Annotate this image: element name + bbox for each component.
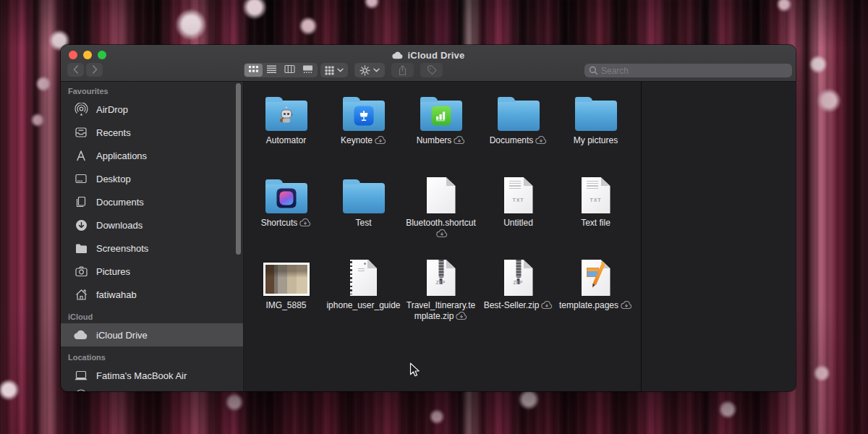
file-item-shortcuts[interactable]: Shortcuts (247, 174, 325, 257)
zip-archive-icon: ZIP (504, 260, 533, 296)
cloud-download-icon (299, 218, 311, 230)
column-view-button[interactable] (281, 64, 299, 77)
group-button[interactable] (320, 63, 348, 77)
file-item-iphone-user-guide[interactable]: iphone_user_guide (325, 257, 402, 339)
sidebar-item-downloads[interactable]: Downloads (61, 213, 243, 237)
file-icon (582, 257, 610, 296)
shortcuts-app-icon (276, 189, 296, 208)
file-name: Automator (266, 135, 306, 145)
file-label: IMG_5885 (265, 300, 306, 311)
file-item-documents[interactable]: Documents (480, 92, 557, 174)
automator-robot-icon (265, 101, 307, 131)
documents-icon (72, 195, 90, 208)
sidebar-item-screenshots[interactable]: Screenshots (61, 237, 243, 260)
file-label: Numbers (417, 135, 466, 148)
group-icon (325, 66, 334, 75)
sidebar-item-airdrop[interactable]: AirDrop (61, 98, 243, 121)
file-icon (343, 92, 385, 131)
sidebar-item-recents[interactable]: Recents (61, 121, 243, 144)
sidebar-item-documents[interactable]: Documents (61, 190, 243, 213)
list-view-button[interactable] (263, 64, 281, 77)
file-label: Untitled (503, 218, 533, 229)
share-button[interactable] (391, 63, 414, 77)
file-icon: TXT (582, 174, 610, 213)
laptop-icon (72, 370, 90, 381)
cloud-icon (392, 51, 404, 61)
forward-button[interactable] (86, 63, 103, 77)
plain-document-icon (427, 177, 456, 213)
tag-button[interactable] (420, 63, 443, 77)
zip-extension-label: ZIP (427, 280, 456, 285)
file-icon (265, 92, 307, 131)
file-item-travel-itinerary-template-zip[interactable]: ZIPTravel_Itinerary.template.zip (402, 257, 480, 339)
chevron-right-icon (92, 64, 98, 77)
file-browser-pane: AutomatorKeynoteNumbersDocumentsMy pictu… (244, 82, 796, 391)
folder-icon (575, 101, 617, 131)
sidebar-item-icloud-drive[interactable]: iCloud Drive (61, 323, 243, 346)
file-item-numbers[interactable]: Numbers (402, 92, 480, 174)
sidebar-item-desktop[interactable]: Desktop (61, 167, 243, 190)
finder-window: iCloud Drive FavouritesAirDropRecentsApp… (61, 45, 796, 391)
sidebar-section-header: Locations (61, 351, 243, 364)
gear-icon (359, 65, 370, 76)
file-item-text-file[interactable]: TXTText file (557, 174, 634, 257)
file-icon (498, 92, 540, 131)
pages-document-icon (582, 260, 610, 296)
cloud-download-icon (456, 312, 467, 323)
folder-icon (498, 101, 540, 131)
file-item-img-5885[interactable]: IMG_5885 (247, 257, 325, 339)
gallery-view-button[interactable] (299, 64, 317, 77)
sidebar-section-header: iCloud (61, 310, 243, 323)
icon-view-button[interactable] (244, 64, 263, 77)
action-menu-button[interactable] (354, 63, 385, 77)
sidebar-item-label: AirDrop (96, 104, 128, 115)
file-item-test[interactable]: Test (325, 174, 402, 257)
file-item-bluetooth-shortcut[interactable]: Bluetooth.shortcut (402, 174, 480, 257)
view-switcher (244, 63, 318, 77)
back-button[interactable] (67, 63, 84, 77)
sidebar-scrollbar[interactable] (236, 83, 241, 255)
list-view-icon (266, 64, 277, 77)
recents-icon (72, 126, 90, 139)
sidebar-item-fatima-s-macbook-air[interactable]: Fatima's MacBook Air (61, 364, 243, 387)
file-item-my-pictures[interactable]: My pictures (557, 92, 634, 174)
sidebar-item-label: fatiwahab (96, 289, 137, 300)
sidebar-item-applications[interactable]: Applications (61, 144, 243, 167)
desktop-icon (72, 172, 90, 185)
file-item-untitled[interactable]: TXTUntitled (480, 174, 557, 257)
sidebar-item-label: Recents (96, 127, 131, 138)
file-item-template-pages[interactable]: template.pages (557, 257, 634, 339)
file-name: IMG_5885 (265, 300, 306, 310)
notebook-mark (358, 268, 365, 272)
automator-folder-icon (265, 101, 307, 131)
file-label: Bluetooth.shortcut (404, 218, 479, 241)
sidebar-item-partial[interactable] (61, 387, 243, 391)
keynote-folder-icon (343, 101, 385, 131)
numbers-app-icon (431, 106, 451, 126)
sidebar-section-favourites: FavouritesAirDropRecentsApplicationsDesk… (61, 85, 243, 306)
airdrop-icon (72, 103, 90, 116)
file-label: My pictures (574, 135, 618, 146)
folder-icon (72, 242, 90, 255)
file-item-keynote[interactable]: Keynote (325, 92, 402, 174)
search-input[interactable] (601, 66, 788, 76)
pictures-icon (72, 265, 90, 278)
file-icon (427, 174, 456, 213)
cloud-download-icon (436, 229, 448, 241)
file-icon (350, 257, 377, 296)
sidebar-item-fatiwahab[interactable]: fatiwahab (61, 283, 243, 306)
sidebar-item-pictures[interactable]: Pictures (61, 260, 243, 283)
zipper-graphic (516, 260, 521, 278)
column-view-icon (284, 64, 295, 77)
sidebar-item-label: Desktop (96, 174, 131, 184)
file-item-best-seller-zip[interactable]: ZIPBest-Seller.zip (480, 257, 557, 339)
sidebar-item-label: Applications (96, 150, 147, 161)
applications-icon (72, 149, 90, 162)
tag-icon (427, 65, 437, 75)
txt-document-icon: TXT (582, 177, 610, 213)
file-label: Text file (581, 218, 610, 229)
file-item-automator[interactable]: Automator (247, 92, 325, 174)
cloud-download-icon (375, 136, 386, 148)
sidebar-item-label: Fatima's MacBook Air (96, 370, 187, 381)
chevron-down-icon (334, 68, 344, 72)
